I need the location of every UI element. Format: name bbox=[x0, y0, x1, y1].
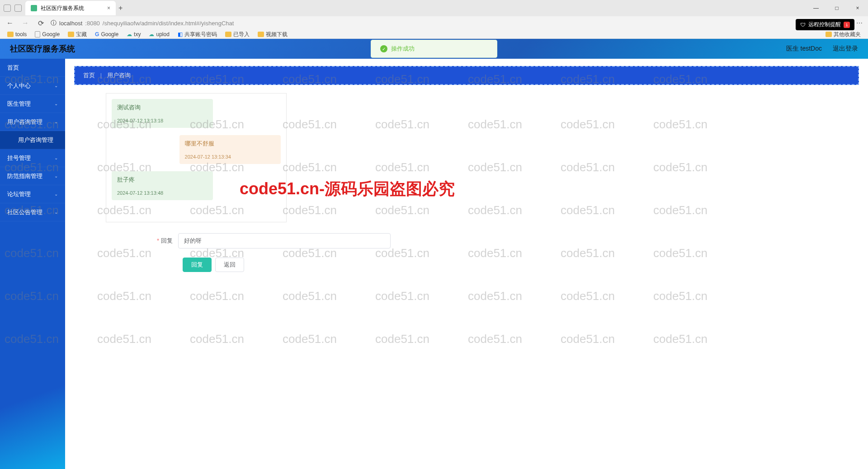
reply-input[interactable] bbox=[178, 233, 391, 249]
chevron-down-icon: ⌄ bbox=[54, 101, 58, 106]
google-icon: G bbox=[95, 31, 99, 38]
folder-icon bbox=[7, 32, 14, 37]
breadcrumb: 首页 | 用户咨询 bbox=[74, 66, 859, 85]
sidebar-item-consult-sub[interactable]: 用户咨询管理 bbox=[0, 131, 65, 149]
address-bar: ← → ⟳ ⓘ localhost:8080/shequyiliaofw/adm… bbox=[0, 16, 868, 30]
sidebar-item-guide[interactable]: 防范指南管理⌄ bbox=[0, 167, 65, 185]
form-buttons: 回复 返回 bbox=[183, 258, 859, 272]
new-tab-button[interactable]: + bbox=[118, 4, 123, 12]
url-input[interactable]: ⓘ localhost:8080/shequyiliaofw/admin/dis… bbox=[51, 19, 793, 27]
chevron-down-icon: ⌄ bbox=[54, 83, 58, 88]
remote-control-badge[interactable]: 🛡 远程控制提醒 1 bbox=[796, 19, 854, 30]
reply-row: *回复 bbox=[74, 233, 859, 249]
breadcrumb-sep: | bbox=[100, 72, 102, 79]
bookmark-item[interactable]: ◧共享账号密码 bbox=[178, 31, 217, 38]
remote-count: 1 bbox=[844, 22, 850, 28]
tab-title: 社区医疗服务系统 bbox=[41, 5, 84, 12]
check-icon: ✓ bbox=[380, 45, 387, 52]
toast-text: 操作成功 bbox=[391, 45, 415, 53]
chevron-down-icon: ⌄ bbox=[54, 192, 58, 197]
folder-icon bbox=[225, 32, 231, 37]
tab-bar: 社区医疗服务系统 × + — □ × bbox=[0, 0, 868, 16]
app-header: 社区医疗服务系统 ✓ 操作成功 医生 testDoc 退出登录 bbox=[0, 39, 868, 59]
remote-label: 远程控制提醒 bbox=[808, 21, 841, 28]
folder-icon bbox=[826, 32, 832, 37]
chevron-down-icon: ⌄ bbox=[54, 119, 58, 124]
app-icon: ◧ bbox=[178, 31, 183, 38]
sidebar-item-consult[interactable]: 用户咨询管理⌄ bbox=[0, 113, 65, 131]
bookmark-item[interactable]: GGoogle bbox=[95, 31, 118, 38]
chevron-down-icon: ⌄ bbox=[54, 210, 58, 215]
browser-chrome: 社区医疗服务系统 × + — □ × ← → ⟳ ⓘ localhost:808… bbox=[0, 0, 868, 39]
sidebar-item-profile[interactable]: 个人中心⌄ bbox=[0, 77, 65, 95]
chat-text: 哪里不舒服 bbox=[185, 140, 275, 148]
user-label[interactable]: 医生 testDoc bbox=[786, 45, 822, 53]
bookmark-item[interactable]: 宝藏 bbox=[68, 31, 87, 38]
menu-icon[interactable]: ⋯ bbox=[855, 19, 863, 27]
bookmark-item[interactable]: Google bbox=[35, 31, 60, 38]
cloud-icon: ☁ bbox=[127, 31, 132, 38]
chat-time: 2024-07-12 13:13:48 bbox=[117, 190, 208, 196]
url-path: /shequyiliaofw/admin/dist/index.html#/yi… bbox=[103, 20, 234, 27]
url-port: :8080 bbox=[85, 20, 100, 27]
cloud-icon: ☁ bbox=[149, 31, 154, 38]
chat-text: 测试咨询 bbox=[117, 103, 208, 112]
chat-message-left: 测试咨询 2024-07-12 13:13:18 bbox=[112, 99, 213, 128]
bookmark-item[interactable]: 已导入 bbox=[225, 31, 250, 38]
success-toast: ✓ 操作成功 bbox=[371, 40, 497, 58]
vue-icon bbox=[31, 5, 37, 11]
close-window-button[interactable]: × bbox=[847, 1, 868, 15]
bookmark-item[interactable]: tools bbox=[7, 31, 27, 38]
tab-close-icon[interactable]: × bbox=[107, 5, 110, 11]
info-icon: ⓘ bbox=[51, 19, 57, 27]
chevron-down-icon: ⌄ bbox=[54, 174, 58, 178]
tabs-icon[interactable] bbox=[14, 5, 22, 12]
chat-message-left: 肚子疼 2024-07-12 13:13:48 bbox=[112, 171, 213, 200]
browser-tab[interactable]: 社区医疗服务系统 × bbox=[25, 1, 116, 15]
folder-icon bbox=[258, 32, 264, 37]
sidebar-item-forum[interactable]: 论坛管理⌄ bbox=[0, 185, 65, 203]
other-bookmarks[interactable]: 其他收藏夹 bbox=[826, 31, 861, 38]
sidebar-item-notice[interactable]: 社区公告管理⌄ bbox=[0, 203, 65, 221]
chat-time: 2024-07-12 13:13:18 bbox=[117, 118, 208, 123]
window-controls: — □ × bbox=[806, 1, 868, 15]
breadcrumb-home[interactable]: 首页 bbox=[83, 72, 95, 79]
logout-link[interactable]: 退出登录 bbox=[833, 45, 858, 53]
url-host: localhost bbox=[59, 20, 82, 27]
shield-icon: 🛡 bbox=[800, 22, 806, 28]
submit-button[interactable]: 回复 bbox=[183, 258, 212, 272]
bookmark-item[interactable]: 视频下载 bbox=[258, 31, 288, 38]
chat-text: 肚子疼 bbox=[117, 176, 208, 184]
chat-panel[interactable]: 测试咨询 2024-07-12 13:13:18 哪里不舒服 2024-07-1… bbox=[106, 93, 287, 222]
page-icon bbox=[35, 31, 40, 38]
sidebar-item-register[interactable]: 挂号管理⌄ bbox=[0, 149, 65, 167]
back-button[interactable]: ← bbox=[5, 18, 15, 28]
breadcrumb-current: 用户咨询 bbox=[107, 72, 131, 79]
minimize-button[interactable]: — bbox=[806, 1, 826, 15]
bookmark-item[interactable]: ☁uplod bbox=[149, 31, 169, 38]
chat-message-right: 哪里不舒服 2024-07-12 13:13:34 bbox=[179, 135, 281, 164]
back-button[interactable]: 返回 bbox=[215, 258, 244, 272]
bookmark-bar: tools Google 宝藏 GGoogle ☁txy ☁uplod ◧共享账… bbox=[0, 30, 868, 39]
sidebar: 首页 个人中心⌄ 医生管理⌄ 用户咨询管理⌄ 用户咨询管理 挂号管理⌄ 防范指南… bbox=[0, 59, 65, 469]
reload-button[interactable]: ⟳ bbox=[35, 18, 46, 28]
sidebar-item-doctor[interactable]: 医生管理⌄ bbox=[0, 95, 65, 113]
folder-icon bbox=[68, 32, 74, 37]
profile-icon[interactable] bbox=[4, 5, 11, 12]
main-content: 首页 | 用户咨询 测试咨询 2024-07-12 13:13:18 哪里不舒服… bbox=[65, 59, 868, 469]
sidebar-item-home[interactable]: 首页 bbox=[0, 59, 65, 77]
maximize-button[interactable]: □ bbox=[826, 1, 847, 15]
reply-label: *回复 bbox=[74, 237, 178, 245]
app-title: 社区医疗服务系统 bbox=[10, 43, 75, 54]
forward-button[interactable]: → bbox=[20, 18, 31, 28]
chevron-down-icon: ⌄ bbox=[54, 155, 58, 160]
bookmark-item[interactable]: ☁txy bbox=[127, 31, 141, 38]
app-body: 首页 个人中心⌄ 医生管理⌄ 用户咨询管理⌄ 用户咨询管理 挂号管理⌄ 防范指南… bbox=[0, 59, 868, 469]
chat-time: 2024-07-12 13:13:34 bbox=[185, 154, 275, 159]
